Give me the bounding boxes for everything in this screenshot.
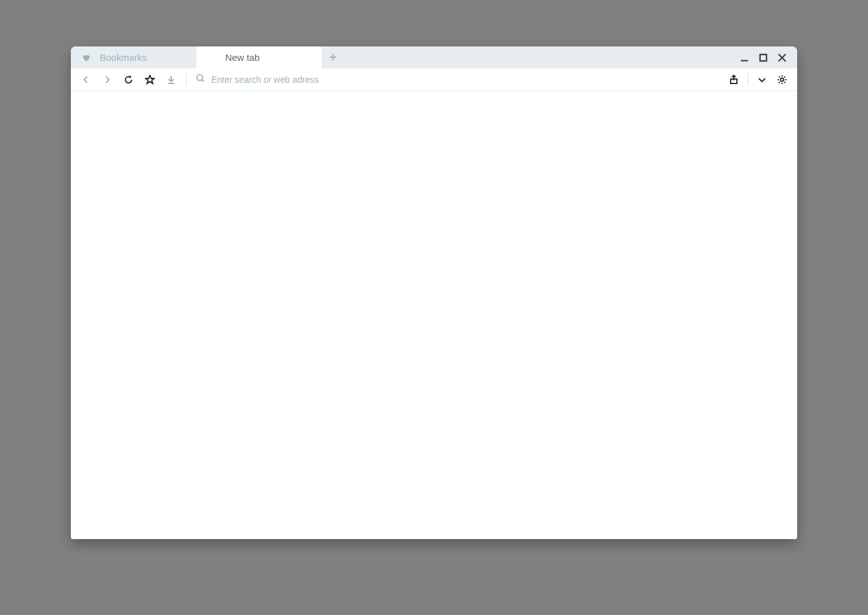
- tab-bookmarks[interactable]: Bookmarks: [71, 46, 196, 68]
- star-icon: [145, 75, 155, 85]
- maximize-button[interactable]: [758, 53, 768, 63]
- address-input[interactable]: [211, 75, 719, 85]
- chevron-left-icon: [81, 75, 91, 85]
- reload-icon: [124, 75, 134, 85]
- tab-newtab[interactable]: New tab: [196, 46, 322, 68]
- window-controls: [739, 46, 797, 68]
- svg-rect-3: [760, 54, 766, 60]
- minimize-button[interactable]: [739, 53, 749, 63]
- settings-button[interactable]: [776, 73, 788, 86]
- chevron-right-icon: [102, 75, 112, 85]
- svg-point-13: [781, 78, 784, 81]
- svg-marker-6: [146, 75, 154, 83]
- more-button[interactable]: [756, 73, 768, 86]
- download-button[interactable]: [165, 73, 177, 86]
- share-icon: [729, 75, 739, 85]
- toolbar-divider-right: [748, 73, 748, 86]
- tab-newtab-label: New tab: [225, 52, 260, 63]
- toolbar: [71, 68, 797, 91]
- close-icon: [777, 53, 787, 63]
- bookmark-button[interactable]: [144, 73, 156, 86]
- address-bar: [196, 73, 719, 85]
- heart-icon: [81, 53, 91, 63]
- toolbar-right: [728, 73, 788, 86]
- reload-button[interactable]: [122, 73, 135, 86]
- gear-icon: [777, 75, 787, 85]
- close-button[interactable]: [777, 53, 787, 63]
- forward-button[interactable]: [101, 73, 114, 86]
- toolbar-divider: [186, 73, 187, 86]
- tab-bar: Bookmarks New tab: [71, 46, 797, 68]
- svg-point-9: [197, 75, 203, 80]
- svg-line-10: [202, 80, 204, 82]
- plus-icon: [329, 52, 337, 63]
- chevron-down-icon: [757, 75, 767, 85]
- grid-icon: [206, 53, 216, 63]
- search-icon: [196, 73, 205, 85]
- new-tab-button[interactable]: [322, 46, 344, 68]
- tab-bookmarks-label: Bookmarks: [100, 52, 147, 63]
- share-button[interactable]: [728, 73, 740, 86]
- minimize-icon: [739, 53, 749, 63]
- download-icon: [166, 75, 176, 85]
- back-button[interactable]: [80, 73, 92, 86]
- browser-window: Bookmarks New tab: [71, 46, 797, 539]
- content-area: [71, 91, 797, 539]
- maximize-icon: [758, 53, 768, 63]
